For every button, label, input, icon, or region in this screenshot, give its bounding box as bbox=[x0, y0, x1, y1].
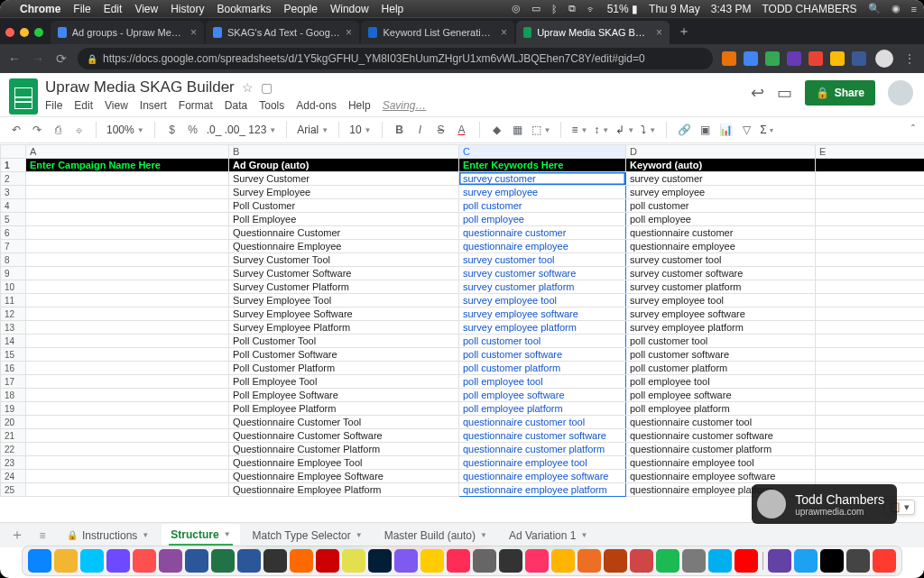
row-header[interactable]: 2 bbox=[1, 172, 26, 186]
cell[interactable]: Questionnaire Customer bbox=[229, 226, 459, 240]
cell[interactable]: survey employee tool bbox=[459, 294, 626, 307]
cell[interactable]: survey employee bbox=[626, 186, 816, 199]
undo-button[interactable]: ↶ bbox=[9, 124, 23, 136]
dock-app-icon[interactable] bbox=[846, 549, 870, 573]
cell[interactable] bbox=[26, 375, 229, 389]
cell[interactable]: poll customer tool bbox=[459, 335, 626, 348]
close-window-button[interactable] bbox=[5, 28, 14, 37]
cell[interactable]: questionnaire customer platform bbox=[626, 443, 816, 456]
collapse-toolbar-button[interactable]: ˆ bbox=[911, 124, 915, 136]
cell[interactable] bbox=[26, 267, 229, 280]
col-header-b[interactable]: B bbox=[229, 145, 459, 159]
cell[interactable]: questionnaire employee bbox=[459, 240, 626, 253]
fill-color-button[interactable]: ◆ bbox=[490, 124, 504, 136]
dock-app-icon[interactable] bbox=[768, 549, 791, 573]
text-color-button[interactable]: A bbox=[455, 124, 469, 136]
move-folder-icon[interactable]: ▢ bbox=[261, 80, 273, 95]
sheet-tab[interactable]: 🔒Instructions▼ bbox=[58, 524, 158, 547]
row-header[interactable]: 15 bbox=[1, 348, 26, 362]
mac-menu-view[interactable]: View bbox=[134, 3, 158, 15]
cell[interactable] bbox=[816, 456, 925, 470]
cell[interactable]: poll employee platform bbox=[459, 402, 626, 416]
cell[interactable]: Questionnaire Employee Software bbox=[229, 470, 459, 483]
cell[interactable]: poll customer bbox=[459, 199, 626, 213]
menu-insert[interactable]: Insert bbox=[140, 99, 167, 112]
menu-data[interactable]: Data bbox=[225, 99, 247, 112]
cell[interactable] bbox=[816, 294, 925, 307]
sheet-tab[interactable]: Structure▼ bbox=[162, 524, 239, 547]
cell[interactable] bbox=[26, 186, 229, 199]
cell[interactable] bbox=[816, 280, 925, 294]
menu-tools[interactable]: Tools bbox=[259, 99, 284, 112]
cell[interactable]: poll customer software bbox=[626, 348, 816, 362]
extension-icon[interactable] bbox=[830, 51, 845, 66]
row-header[interactable]: 16 bbox=[1, 362, 26, 375]
cell[interactable]: survey customer platform bbox=[459, 280, 626, 294]
cell[interactable] bbox=[816, 240, 925, 253]
cell[interactable]: questionnaire employee software bbox=[626, 470, 816, 483]
cell[interactable]: Survey Employee bbox=[229, 186, 459, 199]
currency-button[interactable]: $ bbox=[165, 124, 180, 136]
cell[interactable] bbox=[26, 240, 229, 253]
cell[interactable] bbox=[26, 389, 229, 402]
comment-button[interactable]: ▣ bbox=[698, 124, 712, 136]
dock-app-icon[interactable] bbox=[159, 549, 182, 573]
cell[interactable] bbox=[26, 253, 229, 267]
cell[interactable]: survey customer tool bbox=[459, 253, 626, 267]
cell[interactable] bbox=[816, 253, 925, 267]
cell[interactable] bbox=[26, 470, 229, 483]
paint-format-button[interactable]: ⟐ bbox=[71, 124, 86, 136]
select-all-cell[interactable] bbox=[1, 145, 26, 159]
document-title[interactable]: Upraw Media SKAG Builder bbox=[45, 78, 235, 96]
dock-app-icon[interactable] bbox=[28, 549, 51, 573]
cell[interactable]: questionnaire customer bbox=[626, 226, 816, 240]
v-align-button[interactable]: ↕▼ bbox=[594, 124, 609, 136]
dock-app-icon[interactable] bbox=[368, 549, 392, 573]
cell[interactable]: questionnaire employee platform bbox=[459, 483, 626, 497]
extension-icon[interactable] bbox=[765, 51, 780, 66]
cell[interactable] bbox=[26, 362, 229, 375]
cell[interactable] bbox=[26, 321, 229, 335]
cell[interactable] bbox=[26, 348, 229, 362]
cell[interactable] bbox=[816, 267, 925, 280]
address-bar[interactable]: 🔒 https://docs.google.com/spreadsheets/d… bbox=[78, 48, 713, 69]
menu-addons[interactable]: Add-ons bbox=[296, 99, 337, 112]
time-status[interactable]: 3:43 PM bbox=[711, 3, 752, 15]
dock-app-icon[interactable] bbox=[656, 549, 679, 573]
strike-button[interactable]: S bbox=[434, 124, 448, 136]
cell[interactable]: questionnaire employee tool bbox=[626, 456, 816, 470]
cell[interactable] bbox=[816, 402, 925, 416]
dock-app-icon[interactable] bbox=[525, 549, 549, 573]
cell[interactable] bbox=[816, 186, 925, 199]
zoom-select[interactable]: 100%▼ bbox=[106, 124, 144, 136]
row-header[interactable]: 21 bbox=[1, 429, 26, 443]
cell[interactable] bbox=[26, 483, 229, 497]
cell[interactable] bbox=[26, 429, 229, 443]
dock-app-icon[interactable] bbox=[794, 549, 818, 573]
dock-app-icon[interactable] bbox=[499, 549, 522, 573]
extension-icon[interactable] bbox=[744, 51, 758, 66]
browser-tab[interactable]: Upraw Media SKAG Builder - G… × bbox=[516, 21, 670, 44]
cell[interactable] bbox=[26, 335, 229, 348]
cell[interactable] bbox=[26, 213, 229, 226]
dock-app-icon[interactable] bbox=[630, 549, 653, 573]
cell[interactable]: Questionnaire Employee bbox=[229, 240, 459, 253]
browser-tab[interactable]: Keyword List Generation Tool × bbox=[361, 21, 514, 44]
dock-app-icon[interactable] bbox=[604, 549, 627, 573]
cell[interactable] bbox=[26, 416, 229, 429]
chevron-down-icon[interactable]: ▼ bbox=[480, 531, 487, 539]
siri-icon[interactable]: ◉ bbox=[892, 3, 901, 14]
menu-edit[interactable]: Edit bbox=[74, 99, 93, 112]
chevron-down-icon[interactable]: ▼ bbox=[356, 531, 363, 539]
spreadsheet-grid[interactable]: A B C D E 1 Enter Campaign Name Here Ad … bbox=[0, 144, 924, 522]
merge-button[interactable]: ⬚▼ bbox=[531, 124, 551, 136]
row-header[interactable]: 25 bbox=[1, 483, 26, 497]
date-status[interactable]: Thu 9 May bbox=[649, 3, 700, 15]
col-header-d[interactable]: D bbox=[626, 145, 816, 159]
cell[interactable]: questionnaire employee bbox=[626, 240, 816, 253]
dock-app-icon[interactable] bbox=[735, 549, 758, 573]
cell[interactable]: Poll Employee Software bbox=[229, 389, 459, 402]
cell[interactable]: Enter Campaign Name Here bbox=[26, 159, 229, 172]
cell[interactable]: Poll Customer Platform bbox=[229, 362, 459, 375]
cell[interactable]: Survey Customer Software bbox=[229, 267, 459, 280]
